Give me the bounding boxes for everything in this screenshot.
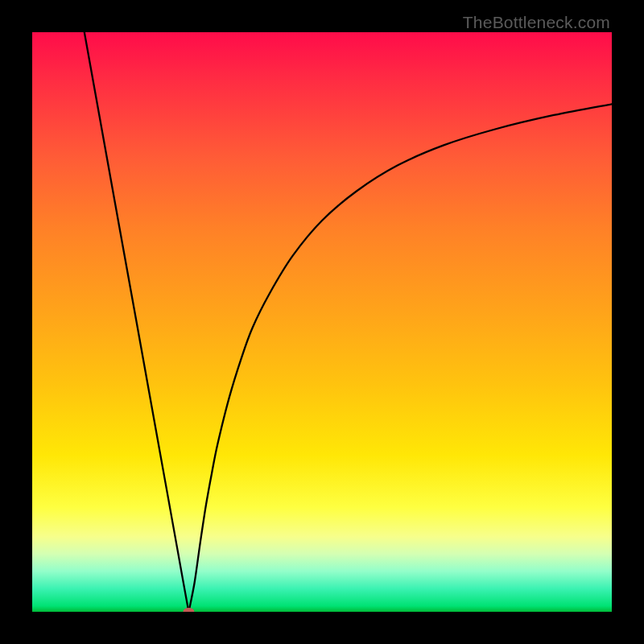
watermark-label: TheBottleneck.com [463, 13, 610, 32]
curve-right-branch [188, 104, 612, 612]
bottleneck-curve [32, 32, 612, 612]
minimum-marker [183, 608, 194, 612]
curve-left-branch [85, 32, 189, 612]
chart-frame: TheBottleneck.com [0, 0, 644, 644]
plot-area [32, 32, 612, 612]
